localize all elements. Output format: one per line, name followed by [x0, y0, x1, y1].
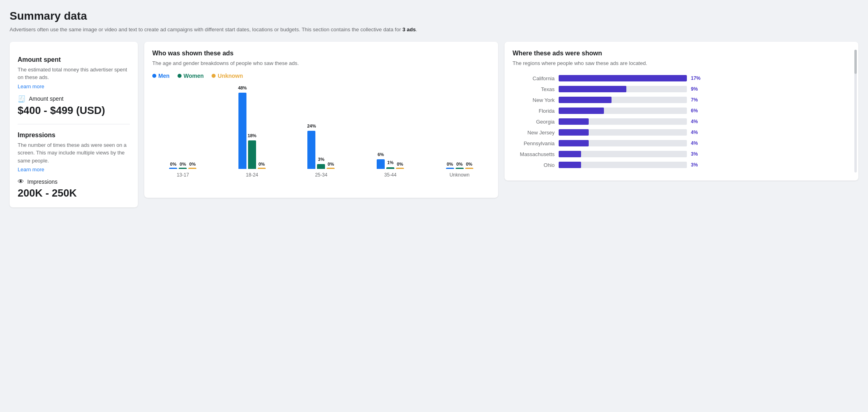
ad-count: 3 ads [402, 26, 416, 32]
amount-spent-title: Amount spent [18, 56, 130, 63]
region-name: New York [513, 97, 555, 103]
region-bar-wrap [559, 108, 687, 114]
regions-chart: California17%Texas9%New York7%Florida6%G… [513, 75, 850, 168]
regions-card: Where these ads were shown The regions w… [505, 42, 858, 181]
page-title: Summary data [10, 10, 858, 22]
bar-wrap: 24% [307, 93, 315, 169]
age-group: 0%0%0%Unknown [429, 93, 490, 178]
impressions-metric-value: 200K - 250K [18, 187, 130, 199]
page-subtitle: Advertisers often use the same image or … [10, 26, 858, 34]
legend-women-label: Women [184, 73, 204, 79]
region-name: Georgia [513, 119, 555, 125]
region-bar [559, 108, 604, 114]
bars-row: 24%3%0% [307, 93, 335, 169]
bar-wrap: 18% [248, 93, 256, 169]
men-dot [152, 74, 156, 78]
region-pct: 17% [691, 75, 703, 81]
summary-card: Amount spent The estimated total money t… [10, 42, 138, 208]
bar-wrap: 0% [465, 93, 473, 169]
bar-women [248, 140, 256, 169]
region-pct: 3% [691, 162, 703, 168]
region-bar-wrap [559, 86, 687, 92]
legend-unknown-label: Unknown [218, 73, 243, 79]
region-bar [559, 129, 589, 136]
bar-women [179, 168, 187, 169]
amount-metric-value: $400 - $499 (USD) [18, 104, 130, 117]
region-row: California17% [513, 75, 850, 81]
bar-percent-label: 48% [238, 85, 247, 90]
bar-women [386, 167, 394, 169]
impressions-desc: The number of times these ads were seen … [18, 141, 130, 165]
age-group: 6%1%0%35-44 [360, 93, 421, 178]
bar-percent-label: 1% [387, 160, 394, 165]
region-bar-wrap [559, 162, 687, 168]
region-row: New Jersey4% [513, 129, 850, 136]
bar-percent-label: 0% [397, 162, 403, 166]
scrollbar-track[interactable] [854, 50, 857, 173]
amount-spent-learn-more[interactable]: Learn more [18, 83, 44, 89]
legend-men: Men [152, 73, 170, 79]
gender-age-title: Who was shown these ads [152, 50, 490, 57]
scrollbar-thumb[interactable] [854, 50, 857, 74]
amount-spent-section: Amount spent The estimated total money t… [18, 56, 130, 117]
amount-spent-desc: The estimated total money this advertise… [18, 66, 130, 81]
region-bar [559, 97, 612, 103]
bar-unknown [258, 168, 266, 169]
bar-men [169, 168, 177, 169]
bar-wrap: 0% [258, 93, 266, 169]
region-pct: 7% [691, 97, 703, 103]
bar-percent-label: 0% [466, 162, 472, 166]
region-pct: 4% [691, 140, 703, 146]
bar-percent-label: 0% [456, 162, 463, 166]
region-bar [559, 75, 687, 81]
region-bar [559, 118, 589, 125]
bar-percent-label: 18% [248, 133, 256, 138]
bar-wrap: 0% [327, 93, 335, 169]
bars-row: 0%0%0% [446, 93, 473, 169]
age-group-label: Unknown [450, 172, 470, 178]
bar-percent-label: 24% [307, 124, 316, 128]
impressions-metric-label: Impressions [27, 179, 57, 185]
amount-icon: 🧾 [18, 95, 26, 103]
impressions-section: Impressions The number of times these ad… [18, 132, 130, 200]
legend-men-label: Men [158, 73, 170, 79]
age-group-label: 25-34 [315, 172, 327, 178]
bar-wrap: 0% [179, 93, 187, 169]
bar-men [238, 93, 246, 169]
bar-women [456, 168, 464, 169]
bar-wrap: 6% [377, 93, 385, 169]
bar-wrap: 1% [386, 93, 394, 169]
subtitle-text-2: . [416, 26, 417, 32]
age-group-label: 18-24 [246, 172, 258, 178]
legend-unknown: Unknown [212, 73, 243, 79]
region-pct: 4% [691, 130, 703, 135]
age-chart: 0%0%0%13-1748%18%0%18-2424%3%0%25-346%1%… [152, 85, 490, 190]
bar-percent-label: 0% [258, 162, 265, 166]
cards-row: Amount spent The estimated total money t… [10, 42, 858, 208]
impressions-learn-more[interactable]: Learn more [18, 166, 44, 173]
bar-wrap: 3% [317, 93, 325, 169]
bar-men [307, 131, 315, 169]
region-row: Florida6% [513, 108, 850, 114]
region-bar-wrap [559, 129, 687, 136]
page-wrapper: Summary data Advertisers often use the s… [0, 0, 868, 412]
region-bar-wrap [559, 97, 687, 103]
region-bar [559, 140, 589, 146]
age-group: 48%18%0%18-24 [222, 93, 283, 178]
unknown-dot [212, 74, 216, 78]
bar-percent-label: 3% [318, 157, 325, 162]
age-group: 0%0%0%13-17 [152, 93, 214, 178]
bar-unknown [327, 168, 335, 169]
gender-age-card: Who was shown these ads The age and gend… [144, 42, 498, 198]
subtitle-text-1: Advertisers often use the same image or … [10, 26, 402, 32]
bar-unknown [396, 168, 404, 169]
bar-wrap: 48% [238, 93, 246, 169]
region-bar [559, 151, 581, 157]
bars-row: 48%18%0% [238, 93, 266, 169]
region-name: Florida [513, 108, 555, 114]
regions-desc: The regions where people who saw these a… [513, 59, 850, 67]
region-pct: 3% [691, 151, 703, 157]
age-group-label: 13-17 [177, 172, 189, 178]
impressions-icon: 👁 [18, 178, 24, 185]
age-group-label: 35-44 [384, 172, 397, 178]
